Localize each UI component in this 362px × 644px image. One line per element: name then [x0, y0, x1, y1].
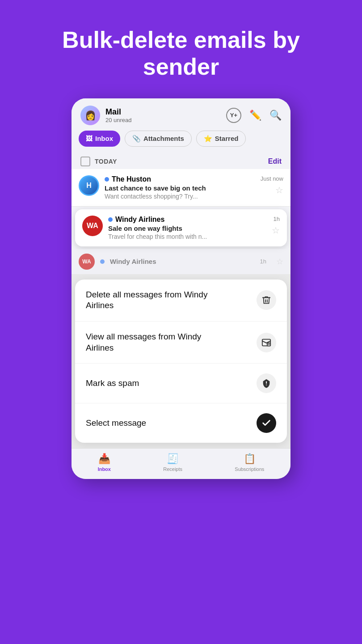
y-plus-icon[interactable]: Y+: [226, 108, 241, 123]
huston-preview: Want contactless shopping? Try...: [105, 193, 255, 200]
partial-star-icon: ☆: [276, 257, 283, 267]
huston-sender-name: The Huston: [112, 175, 151, 183]
select-all-checkbox[interactable]: [80, 157, 90, 166]
section-header-left: TODAY: [80, 157, 117, 166]
partial-time: 1h: [260, 258, 266, 265]
nav-inbox[interactable]: 📥 Inbox: [98, 453, 111, 472]
section-header: TODAY Edit: [72, 152, 290, 169]
unread-dot-windy: [108, 217, 113, 222]
context-select-text: Select message: [86, 418, 146, 429]
windy-meta: 1h ☆: [272, 216, 280, 236]
outer-container: Bulk-delete emails by sender 👩 Mail 20 u…: [0, 0, 362, 644]
huston-star-icon[interactable]: ☆: [275, 185, 283, 195]
email-item-windy-highlighted[interactable]: WA Windy Airlines Sale on one way flight…: [75, 209, 287, 246]
tabs-row: 🖼 Inbox 📎 Attachments ⭐ Starred: [72, 125, 290, 152]
partial-email-row: WA Windy Airlines 1h ☆: [72, 249, 290, 274]
windy-preview: Travel for cheap this month with n...: [108, 233, 266, 240]
context-view-all[interactable]: View all messages from Windy Airlines: [75, 322, 287, 364]
mail-title-block: Mail 20 unread: [105, 107, 132, 123]
nav-inbox-icon: 📥: [98, 453, 110, 465]
partial-unread-dot: [100, 259, 105, 264]
nav-subscriptions-icon: 📋: [244, 453, 256, 465]
huston-subject: Last chance to save big on tech: [105, 184, 255, 192]
mail-title: Mail: [105, 107, 132, 117]
svg-point-4: [266, 385, 267, 386]
attachments-tab-label: Attachments: [143, 135, 184, 142]
email-item-huston[interactable]: H The Huston Last chance to save big on …: [72, 169, 290, 207]
context-delete-all[interactable]: Delete all messages from Windy Airlines: [75, 280, 287, 322]
nav-receipts-label: Receipts: [163, 466, 182, 472]
starred-tab-label: Starred: [215, 135, 239, 142]
partial-sender-name: Windy Airlines: [110, 258, 156, 265]
tab-attachments[interactable]: 📎 Attachments: [125, 131, 192, 147]
huston-avatar: H: [79, 175, 99, 196]
context-select[interactable]: Select message: [75, 403, 287, 443]
nav-subscriptions-label: Subscriptions: [235, 466, 264, 472]
mail-header-icons: Y+ ✏️ 🔍: [226, 108, 282, 123]
mail-header-left: 👩 Mail 20 unread: [80, 106, 132, 125]
huston-meta: Just now ☆: [261, 175, 283, 195]
mail-subtitle: 20 unread: [105, 117, 132, 123]
context-delete-text: Delete all messages from Windy Airlines: [86, 289, 229, 311]
headline: Bulk-delete emails by sender: [0, 27, 362, 80]
email-list: TODAY Edit H The Huston Last chance to s…: [72, 152, 290, 274]
nav-subscriptions[interactable]: 📋 Subscriptions: [235, 453, 264, 472]
avatar: 👩: [80, 106, 100, 125]
windy-avatar: WA: [82, 216, 103, 236]
spam-icon: [257, 373, 276, 393]
huston-sender-row: The Huston: [105, 175, 255, 183]
phone-mockup: 👩 Mail 20 unread Y+ ✏️ 🔍 🖼 Inbox: [72, 98, 290, 479]
attachments-tab-icon: 📎: [132, 135, 141, 143]
inbox-tab-icon: 🖼: [86, 135, 93, 142]
edit-icon[interactable]: ✏️: [249, 110, 261, 121]
nav-receipts-icon: 🧾: [167, 453, 179, 465]
windy-star-icon[interactable]: ☆: [272, 225, 280, 236]
tab-starred[interactable]: ⭐ Starred: [196, 131, 246, 147]
inbox-tab-label: Inbox: [95, 135, 113, 142]
select-message-icon: [257, 413, 276, 433]
starred-tab-icon: ⭐: [204, 135, 212, 143]
tab-inbox[interactable]: 🖼 Inbox: [79, 131, 120, 147]
search-icon[interactable]: 🔍: [269, 110, 282, 121]
delete-icon: [257, 290, 276, 310]
windy-sender-row: Windy Airlines: [108, 216, 266, 224]
view-messages-icon: [257, 333, 276, 352]
partial-windy-avatar: WA: [79, 254, 95, 270]
nav-receipts[interactable]: 🧾 Receipts: [163, 453, 182, 472]
bottom-nav: 📥 Inbox 🧾 Receipts 📋 Subscriptions: [72, 448, 290, 479]
context-view-text: View all messages from Windy Airlines: [86, 331, 229, 353]
nav-inbox-label: Inbox: [98, 466, 111, 472]
windy-email-content: Windy Airlines Sale on one way flights T…: [108, 216, 266, 240]
huston-email-content: The Huston Last chance to save big on te…: [105, 175, 255, 200]
context-spam[interactable]: Mark as spam: [75, 364, 287, 403]
today-label: TODAY: [95, 158, 117, 165]
edit-button[interactable]: Edit: [268, 157, 282, 165]
windy-subject: Sale on one way flights: [108, 225, 266, 232]
windy-time: 1h: [274, 216, 280, 222]
context-spam-text: Mark as spam: [86, 378, 139, 389]
unread-dot: [105, 177, 109, 182]
context-menu: Delete all messages from Windy Airlines …: [75, 280, 287, 443]
mail-header: 👩 Mail 20 unread Y+ ✏️ 🔍: [72, 98, 290, 125]
windy-sender-name: Windy Airlines: [115, 216, 164, 224]
huston-time: Just now: [261, 175, 283, 182]
